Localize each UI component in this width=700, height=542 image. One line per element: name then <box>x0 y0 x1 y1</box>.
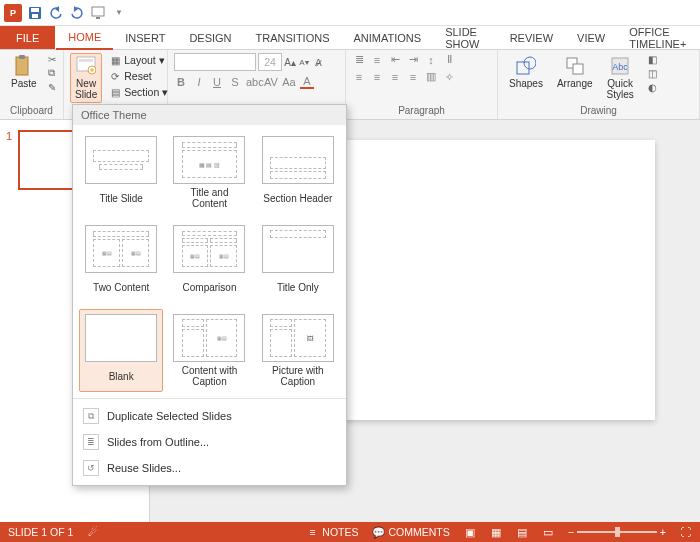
layout-label: Picture with Caption <box>261 365 335 387</box>
tab-home[interactable]: HOME <box>56 26 113 50</box>
start-from-beginning-icon[interactable] <box>90 5 106 21</box>
align-center-icon[interactable]: ≡ <box>370 71 384 83</box>
view-slideshow-icon[interactable]: ▭ <box>542 526 554 538</box>
tab-transitions[interactable]: TRANSITIONS <box>244 26 342 49</box>
layout-label: Blank <box>109 365 134 387</box>
paste-button[interactable]: Paste <box>6 53 42 92</box>
layout-section-header[interactable]: Section Header <box>256 131 340 214</box>
quick-styles-label: Quick Styles <box>607 78 634 100</box>
status-comments[interactable]: 💬COMMENTS <box>372 526 449 538</box>
arrange-label: Arrange <box>557 78 593 89</box>
font-name-combo[interactable] <box>174 53 256 71</box>
shape-effects-icon[interactable]: ◐ <box>647 81 659 93</box>
status-notes[interactable]: ≡NOTES <box>306 526 358 538</box>
status-lang-icon[interactable]: ☄ <box>87 526 99 538</box>
italic-icon[interactable]: I <box>192 76 206 88</box>
numbering-icon[interactable]: ≡ <box>370 54 384 66</box>
layout-picture-with-caption[interactable]: 🖼 Picture with Caption <box>256 309 340 392</box>
menu-label: Duplicate Selected Slides <box>107 410 232 422</box>
layout-label: Content with Caption <box>172 365 246 387</box>
font-size-combo[interactable]: 24 <box>258 53 282 71</box>
layout-title-slide[interactable]: Title Slide <box>79 131 163 214</box>
reset-button[interactable]: ⟳Reset <box>106 69 171 83</box>
font-color-icon[interactable]: A <box>300 75 314 89</box>
tab-animations[interactable]: ANIMATIONS <box>342 26 434 49</box>
layout-label: Title Only <box>277 276 319 298</box>
shadow-icon[interactable]: abc <box>246 76 260 88</box>
clear-format-icon[interactable]: A̷ <box>312 56 324 68</box>
shape-outline-icon[interactable]: ◫ <box>647 67 659 79</box>
zoom-out-icon[interactable]: − <box>568 526 574 538</box>
layout-title-and-content[interactable]: ▦ ▤ ▥ Title and Content <box>167 131 251 214</box>
customize-qat-icon[interactable]: ▼ <box>111 5 127 21</box>
layout-thumb: ▦▤ <box>173 314 245 362</box>
spacing-icon[interactable]: AV <box>264 76 278 88</box>
strike-icon[interactable]: S <box>228 76 242 88</box>
tab-file[interactable]: FILE <box>0 26 55 49</box>
group-label-paragraph: Paragraph <box>352 105 491 118</box>
new-slide-button[interactable]: New Slide <box>70 53 102 103</box>
tab-insert[interactable]: INSERT <box>113 26 177 49</box>
text-direction-icon[interactable]: Ⅱ <box>442 53 456 66</box>
layout-icon: ▦ <box>109 54 121 66</box>
layout-label: Title Slide <box>99 187 143 209</box>
section-icon: ▤ <box>109 86 121 98</box>
section-button[interactable]: ▤Section ▾ <box>106 85 171 99</box>
layout-comparison[interactable]: ▦▤ ▦▤ Comparison <box>167 220 251 303</box>
status-slide-count[interactable]: SLIDE 1 OF 1 <box>8 526 73 538</box>
view-reading-icon[interactable]: ▤ <box>516 526 528 538</box>
tab-office-timeline[interactable]: OFFICE TIMELINE+ <box>617 26 700 49</box>
bold-icon[interactable]: B <box>174 76 188 88</box>
indent-dec-icon[interactable]: ⇤ <box>388 53 402 66</box>
notes-label: NOTES <box>322 526 358 538</box>
layout-blank[interactable]: Blank <box>79 309 163 392</box>
shapes-button[interactable]: Shapes <box>504 53 548 92</box>
layout-two-content[interactable]: ▦▤ ▦▤ Two Content <box>79 220 163 303</box>
undo-icon[interactable] <box>48 5 64 21</box>
view-normal-icon[interactable]: ▣ <box>464 526 476 538</box>
grow-font-icon[interactable]: A▴ <box>284 56 296 68</box>
layout-title-only[interactable]: Title Only <box>256 220 340 303</box>
redo-icon[interactable] <box>69 5 85 21</box>
justify-icon[interactable]: ≡ <box>406 71 420 83</box>
columns-icon[interactable]: ▥ <box>424 70 438 83</box>
layout-button[interactable]: ▦Layout ▾ <box>106 53 171 67</box>
duplicate-icon: ⧉ <box>83 408 99 424</box>
view-sorter-icon[interactable]: ▦ <box>490 526 502 538</box>
tab-slideshow[interactable]: SLIDE SHOW <box>433 26 498 49</box>
tab-design[interactable]: DESIGN <box>177 26 243 49</box>
gallery-menu: ⧉ Duplicate Selected Slides ≣ Slides fro… <box>73 398 346 485</box>
indent-inc-icon[interactable]: ⇥ <box>406 53 420 66</box>
menu-reuse-slides[interactable]: ↺ Reuse Slides... <box>73 455 346 481</box>
arrange-button[interactable]: Arrange <box>552 53 598 92</box>
copy-icon[interactable]: ⧉ <box>46 67 58 79</box>
smartart-icon[interactable]: ⟡ <box>442 70 456 83</box>
paste-icon <box>14 56 34 76</box>
layout-content-with-caption[interactable]: ▦▤ Content with Caption <box>167 309 251 392</box>
underline-icon[interactable]: U <box>210 76 224 88</box>
title-bar: P ▼ <box>0 0 700 26</box>
save-icon[interactable] <box>27 5 43 21</box>
bullets-icon[interactable]: ≣ <box>352 53 366 66</box>
tab-review[interactable]: REVIEW <box>498 26 565 49</box>
fit-to-window-icon[interactable]: ⛶ <box>680 526 692 538</box>
align-left-icon[interactable]: ≡ <box>352 71 366 83</box>
menu-duplicate-slides[interactable]: ⧉ Duplicate Selected Slides <box>73 403 346 429</box>
cut-icon[interactable]: ✂ <box>46 53 58 65</box>
gallery-grid: Title Slide ▦ ▤ ▥ Title and Content Sect… <box>73 125 346 398</box>
tab-view[interactable]: VIEW <box>565 26 617 49</box>
case-icon[interactable]: Aa <box>282 76 296 88</box>
layout-thumb <box>262 225 334 273</box>
shrink-font-icon[interactable]: A▾ <box>298 56 310 68</box>
layout-thumb: ▦▤ ▦▤ <box>85 225 157 273</box>
quick-styles-button[interactable]: Abc Quick Styles <box>602 53 639 103</box>
gallery-header: Office Theme <box>73 105 346 125</box>
align-right-icon[interactable]: ≡ <box>388 71 402 83</box>
status-bar: SLIDE 1 OF 1 ☄ ≡NOTES 💬COMMENTS ▣ ▦ ▤ ▭ … <box>0 522 700 542</box>
shape-fill-icon[interactable]: ◧ <box>647 53 659 65</box>
zoom-in-icon[interactable]: + <box>660 526 666 538</box>
line-spacing-icon[interactable]: ↕ <box>424 54 438 66</box>
zoom-slider[interactable]: − + <box>568 526 666 538</box>
menu-slides-from-outline[interactable]: ≣ Slides from Outline... <box>73 429 346 455</box>
format-painter-icon[interactable]: ✎ <box>46 81 58 93</box>
